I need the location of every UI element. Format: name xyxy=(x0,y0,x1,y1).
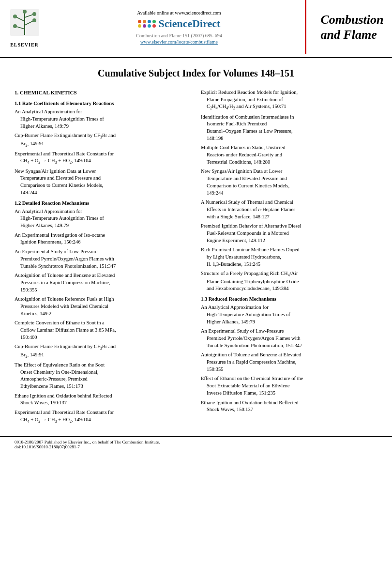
sd-dot-1 xyxy=(138,20,141,23)
list-item: Experimental and Theoretical Rate Consta… xyxy=(15,409,191,424)
sciencedirect-logo: ScienceDirect xyxy=(138,17,221,30)
subsection-1-3: 1.3 Reduced Reaction Mechanisms xyxy=(201,295,377,303)
svg-point-9 xyxy=(13,24,17,28)
sd-dot-4 xyxy=(152,20,156,23)
list-item: An Experimental Investigation of Iso-oct… xyxy=(15,232,191,246)
journal-title: Combustion and Flame xyxy=(320,12,383,42)
page-title: Cumulative Subject Index for Volumes 148… xyxy=(10,67,382,79)
sd-dot-3 xyxy=(148,20,151,23)
list-item: Effect of Ethanol on the Chemical Struct… xyxy=(201,375,377,397)
list-item: Identification of Combustion Intermediat… xyxy=(201,114,377,142)
list-item: An Experimental Study of Low-Pressure Pr… xyxy=(15,248,191,270)
page-header: ELSEVIER Available online at www.science… xyxy=(0,0,392,58)
list-item: Autoignition of Toluene Reference Fuels … xyxy=(15,296,191,317)
content-area: 1. CHEMICAL KINETICS 1.1 Rate Coefficien… xyxy=(0,89,392,427)
list-item: Premixed Ignition Behavior of Alternativ… xyxy=(201,223,377,244)
list-item: The Effect of Equivalence Ratio on the S… xyxy=(15,362,191,390)
list-item: Complete Conversion of Ethane to Soot in… xyxy=(15,320,191,341)
left-column: 1. CHEMICAL KINETICS 1.1 Rate Coefficien… xyxy=(15,89,191,427)
sciencedirect-name: ScienceDirect xyxy=(159,17,221,30)
sd-dot-5 xyxy=(138,24,141,28)
list-item: Experimental and Theoretical Rate Consta… xyxy=(15,151,191,166)
elsevier-logo-icon xyxy=(5,7,44,41)
list-item: New Syngas/Air Ignition Data at Lower Te… xyxy=(15,168,191,197)
list-item: An Analytical Approximation for High-Tem… xyxy=(15,208,191,229)
list-item: Explicit Reduced Reaction Models for Ign… xyxy=(201,89,377,111)
list-item: Structure of a Freely Propagating Rich C… xyxy=(201,270,377,292)
svg-point-6 xyxy=(13,15,17,18)
list-item: Autoignition of Toluene and Benzene at E… xyxy=(201,352,377,373)
list-item: Cup-Burner Flame Extinguishment by CF3Br… xyxy=(15,132,191,148)
svg-point-7 xyxy=(32,12,36,16)
sd-dots-icon xyxy=(138,20,156,28)
svg-point-8 xyxy=(32,18,36,22)
list-item: Cup-Burner Flame Extinguishment by CF3Br… xyxy=(15,343,191,359)
journal-url: www.elsevier.com/locate/combustflame xyxy=(140,39,218,45)
list-item: An Analytical Approximation for High-Tem… xyxy=(15,108,191,130)
list-item: An Experimental Study of Low-Pressure Pr… xyxy=(201,328,377,349)
list-item: Ethane Ignition and Oxidation behind Ref… xyxy=(201,399,377,413)
list-item: Multiple Cool Flames in Static, Unstirre… xyxy=(201,144,377,166)
elsevier-section: ELSEVIER xyxy=(0,0,53,54)
footer-line2: doi:10.1016/S0010-2180(07)00281-7 xyxy=(15,444,377,449)
list-item: A Numerical Study of Thermal and Chemica… xyxy=(201,199,377,220)
right-column: Explicit Reduced Reaction Models for Ign… xyxy=(201,89,377,427)
elsevier-label: ELSEVIER xyxy=(10,42,39,47)
footer-line1: 0010-2180/2007 Published by Elsevier Inc… xyxy=(15,440,377,444)
available-online-text: Available online at www.sciencedirect.co… xyxy=(137,10,221,15)
list-item: An Analytical Approximation for High-Tem… xyxy=(201,304,377,325)
journal-citation: Combustion and Flame 151 (2007) 685–694 xyxy=(136,33,222,38)
sd-dot-8 xyxy=(152,24,156,28)
header-center: Available online at www.sciencedirect.co… xyxy=(53,0,305,54)
sd-dot-2 xyxy=(143,20,146,23)
sd-dot-6 xyxy=(143,24,146,28)
subsection-1-1: 1.1 Rate Coefficients of Elementary Reac… xyxy=(15,100,191,107)
sd-dot-7 xyxy=(148,24,151,28)
journal-title-section: Combustion and Flame xyxy=(305,0,392,54)
list-item: Ethane Ignition and Oxidation behind Ref… xyxy=(15,393,191,407)
list-item: Rich Premixed Laminar Methane Flames Dop… xyxy=(201,246,377,268)
svg-point-10 xyxy=(23,10,27,14)
list-item: Autoignition of Toluene and Benzene at E… xyxy=(15,272,191,293)
section-heading-1: 1. CHEMICAL KINETICS xyxy=(15,89,191,97)
list-item: New Syngas/Air Ignition Data at Lower Te… xyxy=(201,168,377,197)
footer: 0010-2180/2007 Published by Elsevier Inc… xyxy=(0,436,392,452)
subsection-1-2: 1.2 Detailed Reaction Mechanisms xyxy=(15,199,191,207)
